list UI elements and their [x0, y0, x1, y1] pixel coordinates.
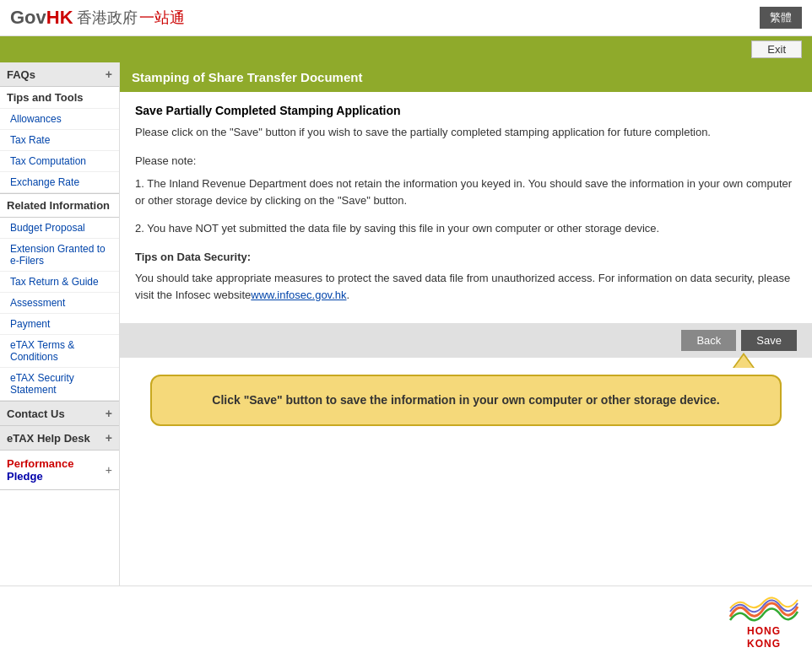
logo-dash: 一站通	[139, 8, 185, 28]
tips-text: You should take appropriate measures to …	[135, 270, 797, 303]
tips-section: Tips on Data Security: You should take a…	[135, 249, 797, 304]
sidebar-item-assessment[interactable]: Assessment	[0, 293, 119, 314]
tooltip-arrow-inner	[734, 355, 753, 368]
back-button[interactable]: Back	[681, 330, 736, 351]
tooltip-box: Click "Save" button to save the informat…	[150, 375, 782, 426]
sidebar-item-tax-rate[interactable]: Tax Rate	[0, 130, 119, 151]
sidebar-item-tax-return[interactable]: Tax Return & Guide	[0, 272, 119, 293]
tooltip-container: Click "Save" button to save the informat…	[135, 366, 797, 426]
sidebar-item-etax-security[interactable]: eTAX Security Statement	[0, 368, 119, 401]
note2: 2. You have NOT yet submitted the data f…	[135, 220, 797, 237]
page-title: Stamping of Share Transfer Document	[120, 62, 812, 92]
logo-chinese: 香港政府	[77, 8, 138, 28]
main-content: Stamping of Share Transfer Document Save…	[120, 62, 812, 586]
sidebar-item-performance[interactable]: Performance Pledge +	[0, 451, 119, 490]
hk-brand: HONG KONG	[726, 593, 802, 650]
logo: Gov HK 香港政府 一站通	[10, 7, 185, 29]
sidebar-item-tips[interactable]: Tips and Tools	[0, 87, 119, 109]
save-button[interactable]: Save	[741, 330, 797, 351]
sidebar-item-faqs[interactable]: FAQs +	[0, 62, 119, 87]
etax-plus-icon: +	[106, 431, 112, 445]
sidebar-item-exchange-rate[interactable]: Exchange Rate	[0, 172, 119, 193]
note-section: Please note: 1. The Inland Revenue Depar…	[135, 153, 797, 237]
tips-label: Tips and Tools	[7, 91, 84, 104]
contact-plus-icon: +	[106, 407, 112, 420]
sidebar-item-payment[interactable]: Payment	[0, 314, 119, 335]
sidebar-related-info-header: Related Information	[0, 193, 119, 218]
layout: FAQs + Tips and Tools Allowances Tax Rat…	[0, 62, 812, 586]
sidebar-item-etax-terms[interactable]: eTAX Terms & Conditions	[0, 335, 119, 368]
faq-plus-icon: +	[106, 67, 112, 81]
content-area: Save Partially Completed Stamping Applic…	[120, 92, 812, 323]
logo-hk: HK	[46, 7, 73, 29]
tips-heading: Tips on Data Security:	[135, 249, 797, 266]
faqs-label: FAQs	[7, 68, 35, 81]
performance-pledge-label: Performance Pledge	[7, 457, 73, 483]
sidebar: FAQs + Tips and Tools Allowances Tax Rat…	[0, 62, 120, 586]
sidebar-item-contact-us[interactable]: Contact Us +	[0, 401, 119, 426]
hk-wavy-logo	[726, 593, 802, 625]
logo-gov: Gov	[10, 7, 46, 29]
sidebar-item-budget[interactable]: Budget Proposal	[0, 218, 119, 239]
infosec-link[interactable]: www.infosec.gov.hk	[251, 289, 346, 301]
button-row: Back Save	[120, 323, 812, 358]
sidebar-item-etax-help[interactable]: eTAX Help Desk +	[0, 426, 119, 451]
sidebar-item-tax-computation[interactable]: Tax Computation	[0, 151, 119, 172]
section-heading: Save Partially Completed Stamping Applic…	[135, 104, 797, 117]
navbar: Exit	[0, 36, 812, 62]
note1: 1. The Inland Revenue Department does no…	[135, 175, 797, 208]
lang-button[interactable]: 繁體	[760, 7, 802, 29]
sidebar-item-allowances[interactable]: Allowances	[0, 109, 119, 130]
header: Gov HK 香港政府 一站通 繁體	[0, 0, 812, 36]
sidebar-item-extension[interactable]: Extension Granted to e-Filers	[0, 239, 119, 272]
intro-text: Please click on the "Save" button if you…	[135, 124, 797, 141]
hk-logo-area: HONG KONG	[0, 586, 812, 653]
performance-plus-icon: +	[106, 463, 112, 477]
exit-button[interactable]: Exit	[751, 40, 802, 58]
please-note: Please note:	[135, 153, 797, 170]
